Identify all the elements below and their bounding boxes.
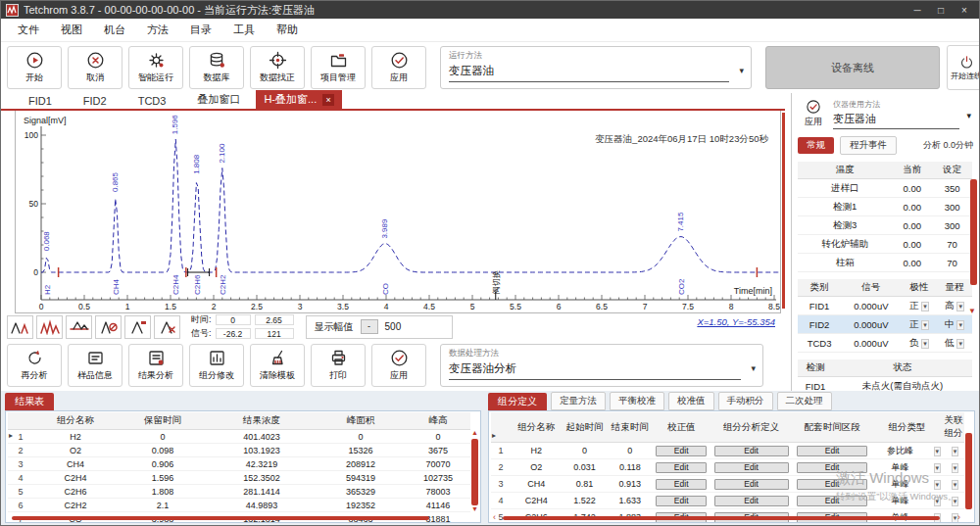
menu-item[interactable]: 目录 <box>179 20 222 40</box>
component-vscrollbar[interactable] <box>965 433 972 509</box>
polarity-dropdown-caret[interactable]: ▾ <box>921 339 929 349</box>
component-row[interactable]: 3 CH4 0.81 0.913 Edit Edit Edit 单峰 ▾ ▾ <box>491 476 964 493</box>
menu-item[interactable]: 方法 <box>136 20 179 40</box>
sample-info-button[interactable]: 样品信息 <box>68 344 122 387</box>
correction-edit-button[interactable]: Edit <box>656 479 707 490</box>
results-vscrollbar[interactable] <box>471 439 478 505</box>
scroll-left-icon[interactable]: ‹ <box>493 513 496 522</box>
chevron-down-icon[interactable]: ▾ <box>966 111 971 120</box>
chevron-down-icon[interactable]: ▾ <box>739 66 744 75</box>
clear-template-button[interactable]: 清除模板 <box>250 344 305 387</box>
peak-delete-tool[interactable] <box>95 315 122 339</box>
polarity-dropdown-caret[interactable]: ▾ <box>921 320 929 330</box>
tab-fid1[interactable]: FID1 <box>13 93 68 109</box>
scroll-up-icon[interactable]: ▲ <box>471 429 478 436</box>
reanalyze-button[interactable]: 再分析 <box>7 344 62 387</box>
tab-close-icon[interactable]: × <box>322 94 334 106</box>
range-dropdown-caret[interactable]: ▾ <box>956 302 964 311</box>
component-row[interactable]: 4 C2H4 1.522 1.633 Edit Edit Edit 单峰 ▾ ▾ <box>491 493 964 509</box>
time-range-edit-button[interactable]: Edit <box>797 479 867 490</box>
result-row[interactable]: 4 C2H4 1.596 152.3502 594319 102735 <box>8 471 470 485</box>
tab-program-events[interactable]: 程升事件 <box>840 136 897 155</box>
assoc-dropdown-caret[interactable]: ▾ <box>952 497 959 506</box>
menu-item[interactable]: 视图 <box>50 20 93 40</box>
project-manage-button[interactable]: 项目管理 <box>311 46 366 89</box>
assoc-dropdown-caret[interactable]: ▾ <box>952 463 959 473</box>
chart-scrollbar[interactable] <box>782 113 785 309</box>
chevron-down-icon[interactable]: ▾ <box>751 363 756 373</box>
type-dropdown-caret[interactable]: ▾ <box>934 480 942 490</box>
tab-overlay[interactable]: 叠加窗口 <box>181 90 256 109</box>
result-row[interactable]: 5 C2H6 1.808 281.1414 365329 78003 <box>8 485 470 499</box>
tab-manual-integration[interactable]: 手动积分 <box>718 392 773 410</box>
print-button[interactable]: 打印 <box>311 344 366 387</box>
database-button[interactable]: 数据库 <box>189 46 244 89</box>
analysis-def-edit-button[interactable]: Edit <box>714 496 789 506</box>
peak-flag-tool[interactable] <box>124 315 151 339</box>
peak-view-tool[interactable] <box>7 315 33 339</box>
results-hscrollbar[interactable] <box>12 516 429 520</box>
close-button[interactable]: × <box>953 5 976 16</box>
polarity-dropdown-caret[interactable]: ▾ <box>921 302 929 311</box>
tab-cal-values[interactable]: 校准值 <box>668 392 714 410</box>
scroll-right-icon[interactable]: › <box>957 513 960 522</box>
connect-button[interactable]: 开始连线 <box>947 45 980 90</box>
processing-method-dropdown[interactable]: 数据处理方法 变压器油分析 ▾ <box>440 344 763 387</box>
time-range-edit-button[interactable]: Edit <box>797 462 867 473</box>
tab-general[interactable]: 常规 <box>798 137 834 154</box>
analysis-def-edit-button[interactable]: Edit <box>714 446 789 456</box>
panel-scroll-down-icon[interactable]: ▼ <box>968 307 976 315</box>
signal-row[interactable]: TCD3 0.000uV 负▾ 低▾ <box>798 334 972 353</box>
scale-dropdown[interactable]: - <box>361 319 378 334</box>
range-dropdown-caret[interactable]: ▾ <box>956 339 964 349</box>
scroll-down-icon[interactable]: ▼ <box>471 505 478 512</box>
correction-edit-button[interactable]: Edit <box>656 446 707 456</box>
scale-value-input[interactable]: 500 <box>385 321 444 332</box>
result-row[interactable]: 3 CH4 0.906 42.3219 208912 70070 <box>8 457 470 471</box>
menu-item[interactable]: 工具 <box>222 20 266 40</box>
menu-item[interactable]: 帮助 <box>266 20 309 40</box>
result-row[interactable]: 6 C2H2 2.1 44.9893 192352 41146 <box>8 499 470 512</box>
menu-item[interactable]: 文件 <box>7 20 50 40</box>
peak-cut-tool[interactable] <box>154 315 180 339</box>
signal-row[interactable]: FID1 0.000uV 正▾ 高▾ <box>798 297 972 315</box>
tab-balance-cal[interactable]: 平衡校准 <box>610 392 664 410</box>
chromatogram-chart[interactable]: 00.511.522.533.544.555.566.577.588.50501… <box>15 111 781 313</box>
run-method-dropdown[interactable]: 运行方法 变压器油 ▾ <box>440 46 752 89</box>
time-range-edit-button[interactable]: Edit <box>797 446 867 456</box>
minimize-button[interactable]: ─ <box>906 5 929 16</box>
panel-scrollbar[interactable] <box>970 179 977 285</box>
tab-quant-method[interactable]: 定量方法 <box>551 392 606 410</box>
detector-row[interactable]: FID1 未点火(需自动点火) <box>798 377 972 392</box>
correction-edit-button[interactable]: Edit <box>656 462 707 473</box>
peak-baseline-tool[interactable] <box>66 315 92 339</box>
smart-run-button[interactable]: 智能运行 <box>128 46 183 89</box>
data-calibrate-button[interactable]: 数据找正 <box>250 46 305 89</box>
peaks-multi-tool[interactable] <box>36 315 63 339</box>
tab-secondary-processing[interactable]: 二次处理 <box>777 392 832 410</box>
temp-row[interactable]: 进样口 0.00 350 <box>798 179 972 198</box>
temp-row[interactable]: 柱箱 0.00 70 <box>798 254 972 272</box>
tab-results[interactable]: 结果表 <box>5 393 54 410</box>
range-dropdown-caret[interactable]: ▾ <box>956 320 964 330</box>
maximize-button[interactable]: □ <box>929 5 953 16</box>
apply-processing-button[interactable]: 应用 <box>371 344 426 387</box>
instrument-apply-button[interactable]: 应用 <box>798 97 829 128</box>
assoc-dropdown-caret[interactable]: ▾ <box>952 447 959 456</box>
type-dropdown-caret[interactable]: ▾ <box>934 497 942 506</box>
tab-tcd3[interactable]: TCD3 <box>122 93 182 109</box>
component-edit-button[interactable]: 组分修改 <box>189 344 244 387</box>
correction-edit-button[interactable]: Edit <box>656 496 707 506</box>
result-row[interactable]: 2 O2 0.098 103.1923 15326 3675 <box>8 444 470 457</box>
assoc-dropdown-caret[interactable]: ▾ <box>952 480 959 490</box>
start-button[interactable]: 开始 <box>7 46 62 89</box>
component-row[interactable]: 2 O2 0.031 0.118 Edit Edit Edit 单峰 ▾ ▾ <box>491 459 964 476</box>
menu-item[interactable]: 机台 <box>93 20 136 40</box>
time-range-edit-button[interactable]: Edit <box>797 496 867 506</box>
result-analysis-button[interactable]: 结果分析 <box>128 344 183 387</box>
analysis-def-edit-button[interactable]: Edit <box>714 462 789 473</box>
component-row[interactable]: 1 H2 0 0 Edit Edit Edit 参比峰 ▾ ▾ <box>491 443 964 459</box>
temp-row[interactable]: 检测3 0.00 300 <box>798 216 972 235</box>
apply-button[interactable]: 应用 <box>371 46 426 89</box>
component-hscrollbar[interactable] <box>503 516 940 520</box>
